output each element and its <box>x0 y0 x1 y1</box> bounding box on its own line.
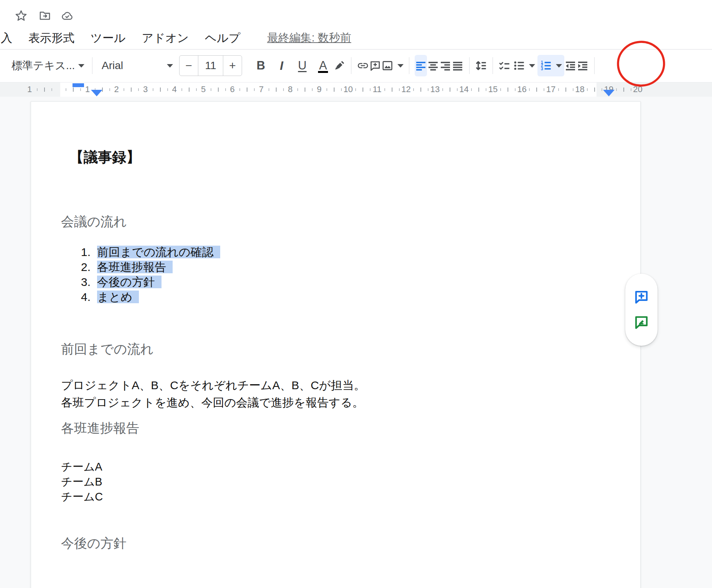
bulleted-list-button[interactable] <box>511 55 537 76</box>
ruler-number: 3 <box>140 84 151 94</box>
ruler-number: 5 <box>198 84 209 94</box>
menu-addons[interactable]: アドオン <box>142 30 189 46</box>
paragraph-line[interactable]: 各班プロジェクトを進め、今回の会議で進捗を報告する。 <box>61 394 365 411</box>
previous-flow-paragraph[interactable]: プロジェクトA、B、CをそれぞれチームA、B、Cが担当。 各班プロジェクトを進め… <box>61 377 365 411</box>
team-list[interactable]: チームA チームB チームC <box>61 459 103 504</box>
ruler-number: 18 <box>574 84 586 94</box>
numbered-list-icon: 123 <box>540 59 552 72</box>
ruler-tick <box>326 88 327 91</box>
ruler-tick <box>334 88 335 92</box>
decrease-indent-button[interactable] <box>564 55 577 76</box>
ruler-tick <box>138 88 139 91</box>
agenda-list[interactable]: 1.前回までの流れの確認 2.各班進捗報告 3.今後の方針 4.まとめ <box>79 244 220 304</box>
ruler-tick <box>587 88 588 91</box>
ruler-number: 2 <box>111 84 122 94</box>
add-comment-button[interactable] <box>369 55 381 76</box>
font-size-group: − 11 + <box>179 55 242 76</box>
menu-insert-partial[interactable]: 入 <box>1 30 12 46</box>
selected-text[interactable]: 前回までの流れの確認 <box>97 246 220 258</box>
doc-title[interactable]: 【議事録】 <box>69 148 140 167</box>
text-color-button[interactable]: A <box>313 55 333 76</box>
align-right-icon <box>439 59 452 72</box>
ruler-tick <box>478 88 479 92</box>
font-size-input[interactable]: 11 <box>198 55 223 76</box>
ruler-tick <box>500 88 501 91</box>
list-item[interactable]: 1.前回までの流れの確認 <box>79 244 220 259</box>
font-size-decrease-button[interactable]: − <box>180 55 198 76</box>
ruler-tick <box>355 88 356 91</box>
ruler-number: 10 <box>343 84 354 94</box>
toolbar-divider <box>92 57 92 74</box>
chevron-down-icon <box>167 64 173 68</box>
first-line-indent-marker[interactable] <box>73 83 84 87</box>
list-item[interactable]: 3.今後の方針 <box>79 274 220 289</box>
align-left-icon <box>415 59 427 72</box>
last-edit-link[interactable]: 最終編集: 数秒前 <box>267 30 351 46</box>
list-number: 4. <box>79 289 91 304</box>
paragraph-style-dropdown[interactable]: 標準テキス... <box>12 55 87 76</box>
ruler-tick <box>457 88 458 91</box>
add-comment-margin-button[interactable] <box>633 289 649 305</box>
font-family-label: Arial <box>102 59 123 72</box>
justify-icon <box>452 59 464 72</box>
bulleted-list-icon <box>513 59 525 72</box>
selected-text[interactable]: 各班進捗報告 <box>97 261 173 273</box>
insert-image-button[interactable] <box>381 55 404 76</box>
bold-button[interactable]: B <box>251 55 271 76</box>
star-icon[interactable] <box>15 9 28 22</box>
left-indent-marker[interactable] <box>91 90 102 96</box>
align-left-button[interactable] <box>415 55 427 76</box>
move-folder-icon[interactable] <box>38 9 51 22</box>
ruler-tick <box>573 88 574 91</box>
list-item[interactable]: 4.まとめ <box>79 289 220 304</box>
underline-button[interactable]: U <box>292 55 313 76</box>
line-spacing-button[interactable] <box>475 55 487 76</box>
ruler-tick <box>508 88 508 92</box>
font-size-increase-button[interactable]: + <box>223 55 242 76</box>
menu-tools[interactable]: ツール <box>91 30 125 46</box>
heading-agenda[interactable]: 会議の流れ <box>61 213 127 231</box>
suggest-edits-button[interactable] <box>633 314 649 330</box>
cloud-check-icon[interactable] <box>61 9 74 22</box>
team-line[interactable]: チームA <box>61 459 103 474</box>
right-indent-marker[interactable] <box>603 90 615 96</box>
menu-format[interactable]: 表示形式 <box>28 30 74 46</box>
menu-help[interactable]: ヘルプ <box>205 30 240 46</box>
team-line[interactable]: チームB <box>61 474 103 489</box>
heading-previous-flow[interactable]: 前回までの流れ <box>61 340 153 358</box>
insert-image-icon <box>381 59 394 72</box>
selected-text[interactable]: まとめ <box>97 291 139 303</box>
link-icon <box>357 59 369 72</box>
ruler-number: 9 <box>313 84 325 94</box>
ruler-tick <box>428 88 429 91</box>
increase-indent-button[interactable] <box>577 55 589 76</box>
ruler-number: 13 <box>429 84 441 94</box>
ruler-tick <box>399 88 400 91</box>
team-line[interactable]: チームC <box>61 489 103 504</box>
align-center-button[interactable] <box>427 55 439 76</box>
ruler-tick <box>269 88 269 91</box>
paragraph-line[interactable]: プロジェクトA、B、CをそれぞれチームA、B、Cが担当。 <box>61 377 365 394</box>
heading-progress-report[interactable]: 各班進捗報告 <box>61 420 139 437</box>
list-item[interactable]: 2.各班進捗報告 <box>79 259 220 274</box>
heading-future-policy[interactable]: 今後の方針 <box>61 535 127 552</box>
margin-action-pill <box>625 274 658 346</box>
ruler-tick <box>384 88 385 91</box>
highlight-color-button[interactable] <box>333 55 346 76</box>
document-page[interactable]: 【議事録】 会議の流れ 1.前回までの流れの確認 2.各班進捗報告 3.今後の方… <box>31 101 641 588</box>
ruler-tick <box>109 88 110 91</box>
align-right-button[interactable] <box>439 55 452 76</box>
justify-button[interactable] <box>452 55 464 76</box>
italic-button[interactable]: I <box>271 55 292 76</box>
font-family-dropdown[interactable]: Arial <box>102 55 175 76</box>
checklist-button[interactable] <box>498 55 511 76</box>
ruler-tick <box>211 88 211 91</box>
selected-text[interactable]: 今後の方針 <box>97 276 162 288</box>
toolbar-divider <box>493 57 493 74</box>
ruler-tick <box>594 88 595 92</box>
insert-link-button[interactable] <box>357 55 369 76</box>
ruler-tick <box>305 88 305 92</box>
numbered-list-button[interactable]: 123 <box>537 55 564 76</box>
ruler-number: 4 <box>169 84 180 94</box>
ruler-tick <box>312 88 313 91</box>
